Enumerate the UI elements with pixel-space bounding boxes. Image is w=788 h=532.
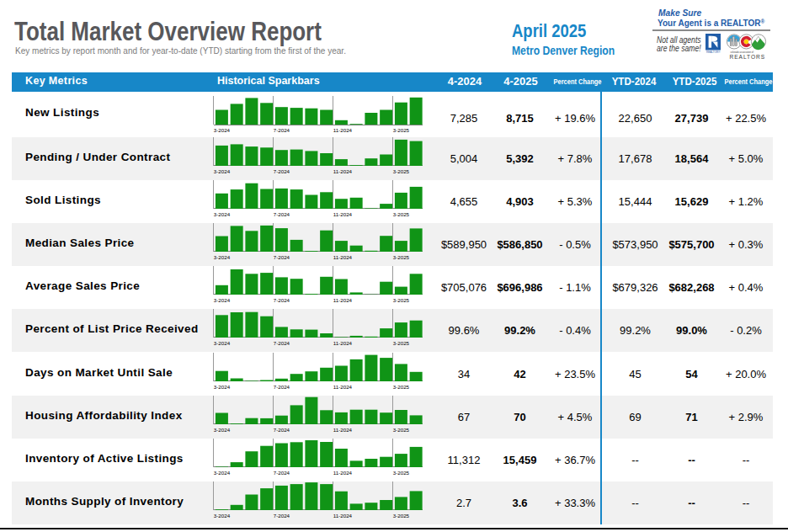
svg-text:3-2025: 3-2025 [393,254,410,260]
svg-text:11-2024: 11-2024 [333,427,353,433]
svg-text:7-2024: 7-2024 [274,427,290,433]
svg-text:3-2025: 3-2025 [393,168,410,174]
svg-text:11-2024: 11-2024 [333,168,353,174]
svg-text:3-2024: 3-2024 [214,340,231,346]
svg-text:7-2024: 7-2024 [274,297,290,303]
svg-text:11-2024: 11-2024 [333,340,353,346]
svg-text:3-2024: 3-2024 [214,254,231,260]
svg-text:3-2024: 3-2024 [214,168,231,174]
svg-text:3-2024: 3-2024 [214,427,231,433]
svg-text:3-2024: 3-2024 [214,470,231,476]
svg-text:3-2025: 3-2025 [393,340,410,346]
svg-text:11-2024: 11-2024 [333,127,353,133]
svg-text:7-2024: 7-2024 [274,513,290,519]
svg-text:3-2025: 3-2025 [393,383,410,389]
svg-text:7-2024: 7-2024 [274,254,290,260]
svg-text:11-2024: 11-2024 [333,513,353,519]
svg-text:7-2024: 7-2024 [274,383,290,389]
svg-text:3-2025: 3-2025 [393,297,410,303]
svg-text:11-2024: 11-2024 [333,254,353,260]
svg-text:3-2024: 3-2024 [214,127,231,133]
svg-text:11-2024: 11-2024 [333,297,353,303]
svg-text:3-2024: 3-2024 [214,383,231,389]
svg-text:3-2024: 3-2024 [214,211,231,217]
svg-text:3-2025: 3-2025 [393,470,410,476]
svg-text:7-2024: 7-2024 [274,168,290,174]
svg-text:3-2024: 3-2024 [214,513,231,519]
svg-text:7-2024: 7-2024 [274,340,290,346]
svg-text:3-2025: 3-2025 [393,513,410,519]
svg-text:REALTORS: REALTORS [730,54,766,60]
svg-text:7-2024: 7-2024 [274,211,290,217]
svg-text:3-2025: 3-2025 [393,211,410,217]
svg-text:11-2024: 11-2024 [333,470,353,476]
svg-text:11-2024: 11-2024 [333,211,353,217]
svg-text:7-2024: 7-2024 [274,127,290,133]
svg-text:11-2024: 11-2024 [333,383,353,389]
svg-text:3-2025: 3-2025 [393,427,410,433]
svg-text:3-2024: 3-2024 [214,297,231,303]
svg-text:7-2024: 7-2024 [274,470,290,476]
svg-text:REALTOR®: REALTOR® [706,51,721,54]
svg-text:3-2025: 3-2025 [393,127,410,133]
